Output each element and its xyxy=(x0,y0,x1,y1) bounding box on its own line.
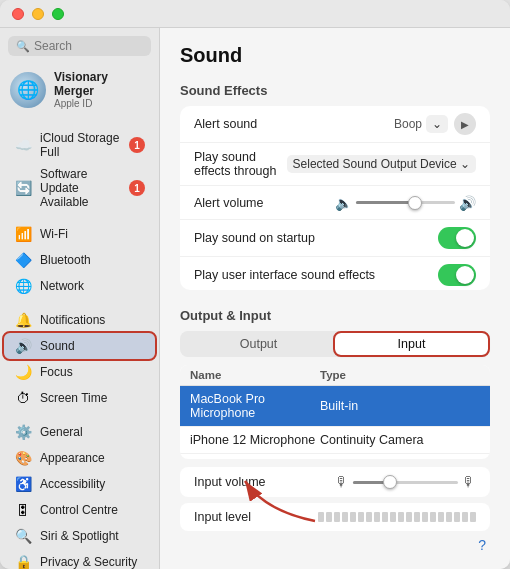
sidebar-item-label: Accessibility xyxy=(40,477,105,491)
maximize-button[interactable] xyxy=(52,8,64,20)
sidebar-item-screen-time[interactable]: ⏱ Screen Time xyxy=(4,385,155,411)
sidebar-item-general[interactable]: ⚙️ General xyxy=(4,419,155,445)
close-button[interactable] xyxy=(12,8,24,20)
device-row-macbook[interactable]: MacBook Pro Microphone Built-in xyxy=(180,386,490,427)
appearance-icon: 🎨 xyxy=(14,449,32,467)
level-bar xyxy=(398,512,404,522)
sidebar-item-label: Privacy & Security xyxy=(40,555,137,569)
focus-icon: 🌙 xyxy=(14,363,32,381)
user-profile[interactable]: 🌐 Visionary Merger Apple ID xyxy=(0,64,159,115)
sidebar-item-accessibility[interactable]: ♿ Accessibility xyxy=(4,471,155,497)
accessibility-icon: ♿ xyxy=(14,475,32,493)
alert-volume-slider[interactable]: 🔈 🔊 xyxy=(335,195,476,211)
startup-sound-toggle[interactable] xyxy=(438,227,476,249)
ui-sounds-label: Play user interface sound effects xyxy=(194,268,438,282)
col-type-header: Type xyxy=(320,369,480,381)
level-bar xyxy=(454,512,460,522)
input-volume-slider[interactable]: 🎙 🎙 xyxy=(335,474,476,490)
device-table: Name Type MacBook Pro Microphone Built-i… xyxy=(180,365,490,459)
level-bar xyxy=(358,512,364,522)
play-through-row: Play sound effects through Selected Soun… xyxy=(180,143,490,186)
help-button[interactable]: ? xyxy=(180,537,490,553)
level-bar xyxy=(374,512,380,522)
device-row-iphone[interactable]: iPhone 12 Microphone Continuity Camera xyxy=(180,427,490,454)
play-through-label: Play sound effects through xyxy=(194,150,287,178)
device-row-bg-music[interactable]: Background Music Virtual xyxy=(180,454,490,459)
ui-sounds-toggle[interactable] xyxy=(438,264,476,286)
user-subtitle: Apple ID xyxy=(54,98,149,109)
mic-low-icon: 🎙 xyxy=(335,474,349,490)
tab-output[interactable]: Output xyxy=(182,333,335,355)
control-centre-icon: 🎛 xyxy=(14,501,32,519)
sidebar-item-privacy-security[interactable]: 🔒 Privacy & Security xyxy=(4,549,155,569)
input-volume-label: Input volume xyxy=(194,475,335,489)
input-level-bars xyxy=(318,512,476,522)
wifi-icon: 📶 xyxy=(14,225,32,243)
main-content: Sound Sound Effects Alert sound Boop ⌄ ▶… xyxy=(160,28,510,569)
sidebar-item-network[interactable]: 🌐 Network xyxy=(4,273,155,299)
sidebar-item-control-centre[interactable]: 🎛 Control Centre xyxy=(4,497,155,523)
device-name: MacBook Pro Microphone xyxy=(190,392,320,420)
mic-high-icon: 🎙 xyxy=(462,474,476,490)
sidebar-item-bluetooth[interactable]: 🔷 Bluetooth xyxy=(4,247,155,273)
sidebar-item-label: Wi-Fi xyxy=(40,227,68,241)
toggle-knob xyxy=(456,229,474,247)
output-input-title: Output & Input xyxy=(180,308,490,323)
sidebar-item-label: Focus xyxy=(40,365,73,379)
sound-icon: 🔊 xyxy=(14,337,32,355)
window-content: 🔍 🌐 Visionary Merger Apple ID ☁️ iCloud … xyxy=(0,28,510,569)
input-volume-thumb[interactable] xyxy=(383,475,397,489)
ui-sounds-row: Play user interface sound effects xyxy=(180,257,490,290)
sidebar-item-label: General xyxy=(40,425,83,439)
user-name: Visionary Merger xyxy=(54,70,149,98)
bluetooth-icon: 🔷 xyxy=(14,251,32,269)
sidebar-item-focus[interactable]: 🌙 Focus xyxy=(4,359,155,385)
input-volume-track xyxy=(353,481,458,484)
update-icon: 🔄 xyxy=(14,179,32,197)
sidebar-item-wifi[interactable]: 📶 Wi-Fi xyxy=(4,221,155,247)
level-bar xyxy=(326,512,332,522)
sidebar-item-label: Bluetooth xyxy=(40,253,91,267)
tab-input[interactable]: Input xyxy=(335,333,488,355)
col-name-header: Name xyxy=(190,369,320,381)
level-bar xyxy=(422,512,428,522)
level-bar xyxy=(342,512,348,522)
sidebar-item-label: Appearance xyxy=(40,451,105,465)
privacy-icon: 🔒 xyxy=(14,553,32,569)
startup-sound-row: Play sound on startup xyxy=(180,220,490,257)
input-level-row: Input level xyxy=(180,503,490,531)
main-window: 🔍 🌐 Visionary Merger Apple ID ☁️ iCloud … xyxy=(0,0,510,569)
screen-time-icon: ⏱ xyxy=(14,389,32,407)
level-bar xyxy=(406,512,412,522)
startup-sound-label: Play sound on startup xyxy=(194,231,438,245)
sidebar-item-software-update[interactable]: 🔄 Software Update Available 1 xyxy=(4,163,155,213)
search-input[interactable] xyxy=(34,39,143,53)
level-bar xyxy=(446,512,452,522)
sidebar-item-label: Network xyxy=(40,279,84,293)
device-name: iPhone 12 Microphone xyxy=(190,433,320,447)
sidebar-item-siri-spotlight[interactable]: 🔍 Siri & Spotlight xyxy=(4,523,155,549)
alert-sound-row: Alert sound Boop ⌄ ▶ xyxy=(180,106,490,143)
minimize-button[interactable] xyxy=(32,8,44,20)
sidebar-item-notifications[interactable]: 🔔 Notifications xyxy=(4,307,155,333)
sidebar-item-label: Siri & Spotlight xyxy=(40,529,119,543)
device-type: Built-in xyxy=(320,399,480,413)
siri-icon: 🔍 xyxy=(14,527,32,545)
sidebar-item-appearance[interactable]: 🎨 Appearance xyxy=(4,445,155,471)
alert-sound-play[interactable]: ▶ xyxy=(454,113,476,135)
level-bar xyxy=(382,512,388,522)
search-icon: 🔍 xyxy=(16,40,30,53)
sidebar-item-label: iCloud Storage Full xyxy=(40,131,121,159)
alert-sound-select[interactable]: ⌄ xyxy=(426,115,448,133)
alert-sound-value: Boop xyxy=(394,117,422,131)
search-box[interactable]: 🔍 xyxy=(8,36,151,56)
network-icon: 🌐 xyxy=(14,277,32,295)
level-bar xyxy=(438,512,444,522)
sidebar-item-label: Control Centre xyxy=(40,503,118,517)
alert-volume-thumb[interactable] xyxy=(408,196,422,210)
input-volume-wrapper: Input volume 🎙 🎙 xyxy=(180,467,490,503)
sidebar-item-icloud-storage[interactable]: ☁️ iCloud Storage Full 1 xyxy=(4,127,155,163)
level-bar xyxy=(390,512,396,522)
sidebar-item-sound[interactable]: 🔊 Sound xyxy=(4,333,155,359)
play-through-select[interactable]: Selected Sound Output Device ⌄ xyxy=(287,155,476,173)
